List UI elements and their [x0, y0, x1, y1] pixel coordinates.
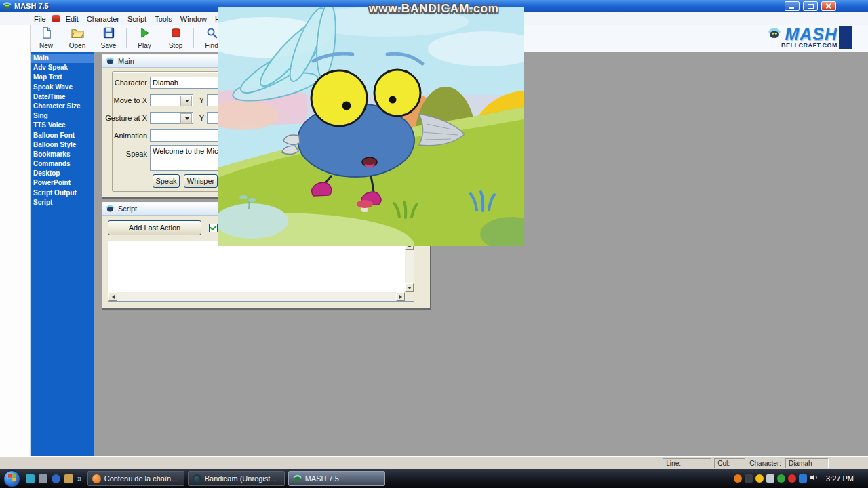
taskbar-button-bandicam-label: Bandicam (Unregist...: [205, 474, 277, 483]
tray-icon-blue[interactable]: [799, 474, 807, 483]
tray-icon-yellow[interactable]: [755, 474, 764, 483]
status-character-value: Diamah: [789, 460, 812, 467]
quick-launch-icon-1[interactable]: [26, 474, 35, 483]
horizontal-scrollbar[interactable]: [108, 292, 405, 301]
mash-fly-icon: [293, 474, 302, 483]
main-panel-title: Main: [118, 57, 134, 65]
new-document-icon: [41, 27, 52, 41]
taskbar-clock[interactable]: 3:27 PM: [826, 474, 854, 483]
agent-character-animation: [218, 7, 524, 246]
sidebar-nav: Main Adv Speak Map Text Speak Wave Date/…: [31, 52, 94, 456]
scroll-down-button[interactable]: [405, 283, 414, 292]
stop-button[interactable]: Stop: [160, 25, 191, 51]
bandicam-watermark: www.BANDICAM.com: [0, 2, 868, 16]
sidebar-item-powerpoint[interactable]: PowerPoint: [31, 178, 94, 188]
move-to-x-dropdown[interactable]: [150, 94, 193, 106]
sidebar-item-date-time[interactable]: Date/Time: [31, 92, 94, 102]
sidebar-item-map-text[interactable]: Map Text: [31, 73, 94, 82]
move-to-x-label: Move to X: [108, 96, 147, 104]
start-button[interactable]: [3, 470, 20, 487]
sidebar-item-adv-speak[interactable]: Adv Speak: [31, 63, 94, 73]
taskbar-button-browser[interactable]: Contenu de la chaîn...: [87, 471, 184, 486]
stop-icon: [170, 27, 182, 41]
scroll-right-button[interactable]: [396, 292, 405, 301]
tray-icon-gray[interactable]: [766, 474, 774, 483]
quick-launch-bar: »: [26, 474, 82, 483]
taskbar-button-browser-label: Contenu de la chaîn...: [104, 474, 178, 483]
status-bar: Line: Col: Character: Diamah: [0, 456, 868, 469]
sidebar-item-balloon-font[interactable]: Balloon Font: [31, 131, 94, 140]
tray-icon-green[interactable]: [777, 474, 785, 483]
logo-blue-block: [839, 26, 852, 49]
stop-button-label: Stop: [169, 42, 183, 49]
screen: MASH 7.5 File Edit Character Script Tool…: [0, 0, 868, 488]
record-indicator-icon: [52, 15, 60, 22]
logo-fly-icon: [768, 27, 781, 41]
fly-icon: [106, 205, 115, 214]
scrollbar-corner: [405, 292, 414, 301]
new-button[interactable]: New: [31, 25, 62, 51]
add-last-action-button[interactable]: Add Last Action: [108, 220, 201, 235]
save-button-label: Save: [101, 42, 117, 49]
status-character-cell: Diamah: [785, 458, 829, 468]
taskbar: » Contenu de la chaîn... Bandicam (Unreg…: [0, 469, 868, 488]
logo-site-text: BELLCRAFT.COM: [781, 42, 837, 49]
play-icon: [139, 27, 151, 41]
speak-button[interactable]: Speak: [153, 174, 180, 188]
status-col-cell: Col:: [714, 458, 745, 468]
sidebar-item-bookmarks[interactable]: Bookmarks: [31, 150, 94, 159]
fly-icon: [106, 57, 115, 66]
taskbar-button-bandicam[interactable]: Bandicam (Unregist...: [188, 471, 285, 486]
status-col-label: Col:: [717, 460, 730, 467]
find-magnifier-icon: [206, 27, 218, 41]
system-tray: [734, 472, 818, 485]
find-button-label: Find: [205, 42, 218, 49]
gesture-at-y-label: Y: [196, 114, 204, 122]
sidebar-item-script-output[interactable]: Script Output: [31, 188, 94, 198]
taskbar-button-mash[interactable]: MASH 7.5: [288, 471, 385, 486]
sidebar-item-character-size[interactable]: Character Size: [31, 102, 94, 111]
left-margin-panel: [0, 25, 31, 456]
gesture-at-x-dropdown[interactable]: [150, 112, 193, 124]
tray-icon-dark[interactable]: [745, 474, 753, 483]
play-button-label: Play: [138, 42, 151, 49]
script-panel-title: Script: [118, 205, 137, 213]
sidebar-item-main[interactable]: Main: [31, 54, 94, 63]
vertical-scrollbar[interactable]: [405, 241, 414, 292]
status-character-label: Character:: [748, 460, 783, 467]
windows-flag-icon: [8, 472, 16, 485]
quick-launch-icon-2[interactable]: [39, 474, 47, 483]
save-floppy-icon: [103, 27, 115, 41]
sidebar-item-balloon-style[interactable]: Balloon Style: [31, 140, 94, 150]
internet-explorer-icon[interactable]: [52, 474, 60, 483]
tray-icon-orange[interactable]: [734, 474, 742, 483]
play-button[interactable]: Play: [129, 25, 160, 51]
toolbar-separator: [126, 28, 127, 48]
gesture-at-x-label: Gesture at X: [105, 114, 147, 122]
script-option-checkbox[interactable]: [209, 224, 218, 232]
sidebar-item-script[interactable]: Script: [31, 198, 94, 207]
animation-label: Animation: [108, 131, 147, 140]
browser-icon: [92, 474, 101, 483]
new-button-label: New: [39, 42, 53, 49]
open-button[interactable]: Open: [62, 25, 93, 51]
volume-icon[interactable]: [810, 472, 818, 485]
whisper-button[interactable]: Whisper: [184, 174, 218, 188]
open-button-label: Open: [69, 42, 85, 49]
bandicam-icon: [193, 474, 201, 483]
save-button[interactable]: Save: [93, 25, 124, 51]
sidebar-item-sing[interactable]: Sing: [31, 111, 94, 121]
speak-label: Speak: [108, 150, 147, 158]
folder-quick-launch-icon[interactable]: [64, 474, 73, 483]
scroll-left-button[interactable]: [108, 292, 117, 301]
quick-launch-overflow-chevron[interactable]: »: [77, 474, 82, 483]
open-folder-icon: [71, 27, 84, 41]
sidebar-item-commands[interactable]: Commands: [31, 159, 94, 169]
script-textarea[interactable]: [108, 241, 414, 302]
sidebar-item-tts-voice[interactable]: TTS Voice: [31, 121, 94, 130]
sidebar-item-desktop[interactable]: Desktop: [31, 169, 94, 178]
status-line-cell: Line:: [663, 458, 711, 468]
move-to-y-label: Y: [196, 96, 204, 104]
tray-icon-red[interactable]: [788, 474, 796, 483]
sidebar-item-speak-wave[interactable]: Speak Wave: [31, 83, 94, 92]
